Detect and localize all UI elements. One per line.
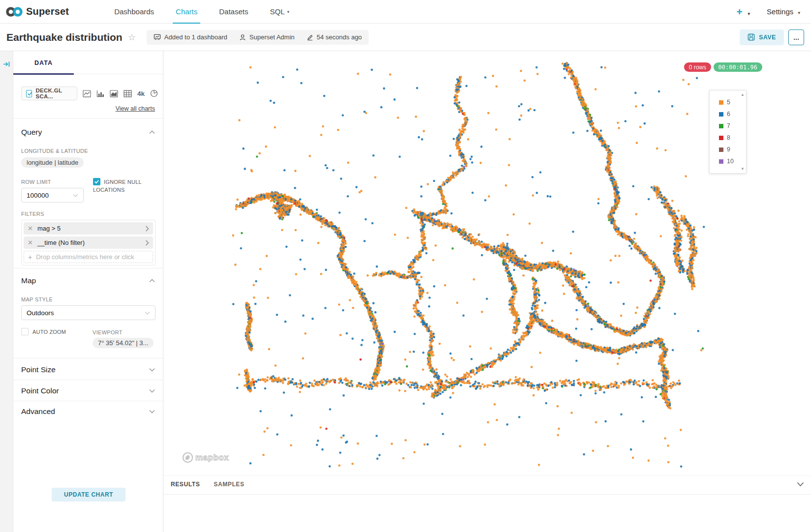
navbar: Superset Dashboards Charts Datasets SQL … [0, 0, 811, 24]
superset-logo[interactable]: Superset [0, 6, 76, 18]
drop-columns-zone[interactable]: + Drop columns/metrics here or click [24, 251, 153, 263]
legend-item: 5 [719, 96, 746, 108]
legend-label: 8 [727, 134, 730, 141]
dashboards-meta[interactable]: Added to 1 dashboard [154, 33, 227, 41]
filter-item-mag[interactable]: ✕ mag > 5 [24, 222, 153, 235]
table-icon[interactable] [124, 90, 132, 97]
map-style-label: MAP STYLE [21, 296, 53, 302]
remove-filter-icon[interactable]: ✕ [28, 239, 33, 246]
section-query[interactable]: Query [21, 125, 155, 140]
collapse-results-icon[interactable] [797, 480, 804, 489]
legend-swatch [719, 136, 723, 140]
section-map[interactable]: Map [21, 273, 155, 288]
mapbox-icon [182, 452, 193, 463]
update-chart-button[interactable]: UPDATE CHART [52, 488, 125, 502]
nav-item-sql[interactable]: SQL ▾ [259, 0, 300, 23]
settings-menu-button[interactable]: Settings ▾ [767, 7, 800, 16]
legend-swatch [719, 124, 723, 128]
legend-item: 7 [719, 120, 746, 132]
dashboard-icon [154, 33, 161, 41]
row-limit-label: ROW LIMIT [21, 179, 51, 185]
chevron-right-icon [145, 240, 149, 246]
viz-type-chip[interactable]: DECK.GL SCA... [21, 87, 77, 100]
legend-items: 5678910 [719, 96, 746, 167]
chart-area: 0 rows 00:00:01.96 5678910 ▲ ▼ mapbox RE… [163, 51, 811, 532]
legend-item: 10 [719, 155, 746, 167]
nav-item-charts[interactable]: Charts [165, 0, 208, 23]
more-actions-button[interactable]: ... [788, 30, 804, 45]
legend-label: 5 [727, 99, 730, 106]
chevron-up-icon [149, 279, 155, 283]
row-limit-select[interactable]: 100000 [21, 188, 84, 203]
viewport-chip[interactable]: 7° 35' 54.02" | 3... [93, 338, 154, 348]
divider [13, 268, 163, 268]
favorite-star-icon[interactable]: ☆ [128, 32, 136, 43]
nav-item-dashboards[interactable]: Dashboards [103, 0, 165, 23]
viz-type-row: DECK.GL SCA... 4k [21, 87, 158, 100]
legend-swatch [719, 148, 723, 152]
legend-label: 9 [727, 146, 730, 153]
brand-name: Superset [26, 6, 69, 17]
chevron-down-icon: ▾ [287, 9, 289, 14]
legend-label: 7 [727, 122, 730, 129]
tab-data[interactable]: DATA [13, 51, 74, 74]
chevron-down-icon: ▾ [798, 10, 800, 15]
legend-item: 6 [719, 108, 746, 120]
viewport-label: VIEWPORT [93, 329, 123, 335]
chevron-down-icon [149, 368, 155, 372]
section-point-color[interactable]: Point Color [21, 384, 155, 398]
infinity-logo-icon [6, 6, 23, 18]
map-style-select[interactable]: Outdoors [21, 305, 156, 320]
chevron-down-icon [149, 410, 155, 414]
section-point-size[interactable]: Point Size [21, 362, 155, 377]
line-chart-icon[interactable] [83, 90, 91, 97]
lonlat-chip[interactable]: longitude | latitude [21, 157, 84, 168]
view-all-charts-link[interactable]: View all charts [116, 105, 155, 112]
results-panel: RESULTS SAMPLES [163, 475, 811, 532]
scroll-down-icon[interactable]: ▼ [741, 167, 745, 171]
expand-panel-icon[interactable] [2, 60, 11, 70]
map-legend[interactable]: 5678910 ▲ ▼ [709, 90, 747, 174]
save-disk-icon [748, 33, 755, 41]
legend-item: 9 [719, 144, 746, 155]
tab-results[interactable]: RESULTS [171, 481, 200, 488]
filters-box: ✕ mag > 5 ✕ __time (No filter) + Drop co… [21, 220, 156, 266]
legend-item: 8 [719, 132, 746, 144]
checkbox-checked-icon [26, 90, 32, 97]
scroll-up-icon[interactable]: ▲ [741, 92, 745, 97]
section-advanced[interactable]: Advanced [21, 404, 155, 419]
nav-items: Dashboards Charts Datasets SQL ▾ [103, 0, 300, 23]
divider [163, 494, 811, 495]
ignore-null-checkbox[interactable]: IGNORE NULL LOCATIONS [93, 178, 155, 194]
pencil-icon [307, 34, 313, 41]
superset-app: Superset Dashboards Charts Datasets SQL … [0, 0, 811, 532]
area-chart-icon[interactable] [110, 90, 118, 97]
results-tabs: RESULTS SAMPLES [171, 481, 245, 488]
mapbox-attribution[interactable]: mapbox [182, 452, 229, 463]
last-modified-meta[interactable]: 54 seconds ago [307, 33, 362, 41]
owner-meta[interactable]: Superset Admin [239, 33, 295, 41]
viz-4k-chip[interactable]: 4k [137, 90, 145, 97]
chevron-down-icon [145, 311, 150, 315]
nav-item-datasets[interactable]: Datasets [208, 0, 259, 23]
legend-label: 6 [727, 111, 730, 118]
bar-chart-icon[interactable] [96, 90, 104, 97]
auto-zoom-checkbox[interactable]: AUTO ZOOM [21, 328, 66, 335]
divider [13, 118, 163, 118]
lonlat-label: LONGITUDE & LATITUDE [21, 148, 88, 154]
pie-chart-icon[interactable] [150, 89, 158, 97]
save-button[interactable]: SAVE [740, 30, 784, 45]
filter-item-time[interactable]: ✕ __time (No filter) [24, 236, 153, 249]
user-icon [239, 34, 246, 41]
checkbox-unchecked-icon [21, 328, 29, 335]
divider [13, 358, 163, 358]
tab-samples[interactable]: SAMPLES [214, 481, 244, 488]
new-menu-button[interactable]: + ▾ [736, 6, 750, 18]
chevron-down-icon: ▾ [748, 11, 750, 16]
divider [13, 401, 163, 401]
remove-filter-icon[interactable]: ✕ [28, 225, 33, 232]
row-count-badge: 0 rows [684, 62, 711, 72]
dataset-rail [0, 51, 13, 532]
page-title: Earthquake distribution [6, 31, 123, 43]
chevron-right-icon [145, 226, 149, 232]
